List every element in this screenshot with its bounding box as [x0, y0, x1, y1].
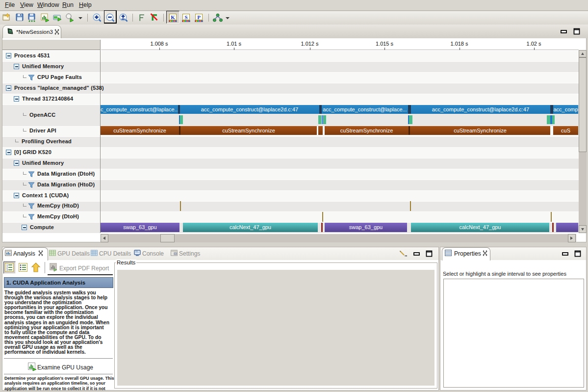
svg-text:3: 3: [6, 268, 8, 271]
svg-text:P: P: [197, 14, 201, 20]
svg-text:K: K: [171, 14, 175, 20]
svg-text:S: S: [184, 14, 187, 20]
